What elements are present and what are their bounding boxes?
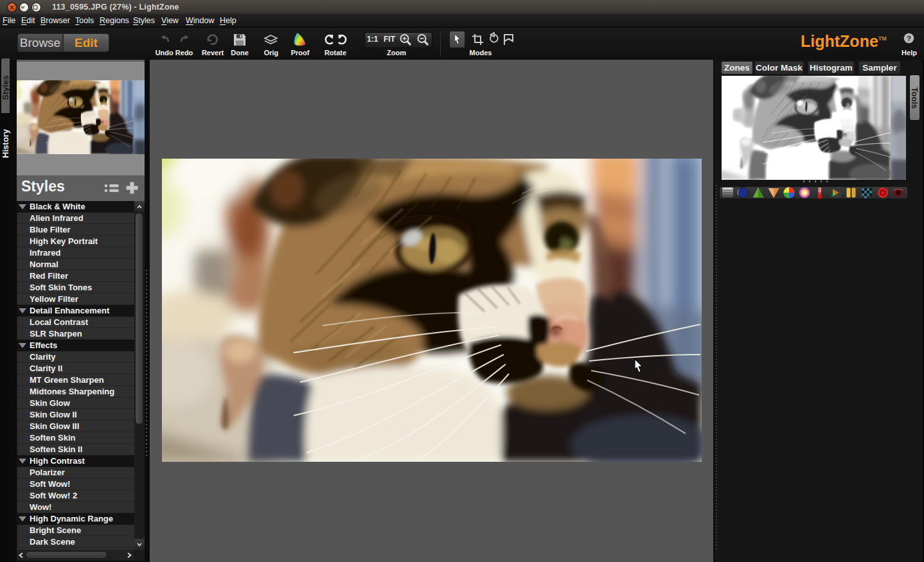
svg-text:?: ? (907, 35, 911, 42)
